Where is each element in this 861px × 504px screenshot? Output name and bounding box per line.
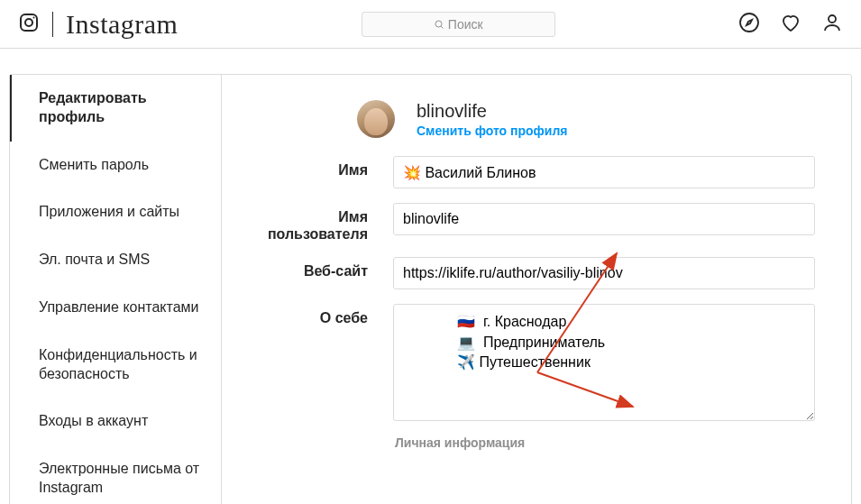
sidebar-item-change-password[interactable]: Сменить пароль <box>10 142 221 189</box>
sidebar-item-emails-from-instagram[interactable]: Электронные письма от Instagram <box>10 445 221 504</box>
heart-icon[interactable] <box>780 12 801 37</box>
sidebar-item-edit-profile[interactable]: Редактировать профиль <box>10 75 221 142</box>
bio-textarea[interactable] <box>393 304 815 421</box>
sidebar-item-apps-websites[interactable]: Приложения и сайты <box>10 188 221 236</box>
settings-content: blinovlife Сменить фото профиля Имя Имя … <box>222 75 851 504</box>
brand-wordmark[interactable]: Instagram <box>66 9 178 40</box>
profile-icon[interactable] <box>821 12 843 37</box>
username-input[interactable] <box>393 203 815 235</box>
sidebar-item-manage-contacts[interactable]: Управление контактами <box>10 284 221 332</box>
sidebar-item-privacy-security[interactable]: Конфиденциальность и безопасность <box>10 332 221 399</box>
label-name: Имя <box>258 156 393 179</box>
settings-container: Редактировать профиль Сменить пароль При… <box>9 74 852 504</box>
personal-info-heading: Личная информация <box>395 435 815 450</box>
name-input[interactable] <box>393 156 815 188</box>
label-bio: О себе <box>258 304 393 326</box>
svg-point-1 <box>25 19 32 26</box>
search-wrap: Поиск <box>192 12 724 37</box>
settings-sidebar: Редактировать профиль Сменить пароль При… <box>10 75 222 504</box>
svg-marker-6 <box>747 20 752 25</box>
search-placeholder: Поиск <box>448 17 483 32</box>
instagram-glyph-icon[interactable] <box>18 12 40 37</box>
search-icon <box>434 19 444 30</box>
svg-point-2 <box>33 16 35 18</box>
svg-line-4 <box>441 26 443 28</box>
website-input[interactable] <box>393 257 815 289</box>
search-input[interactable]: Поиск <box>362 12 555 37</box>
nav-icons <box>738 12 843 37</box>
row-website: Веб-сайт <box>258 257 815 289</box>
svg-point-7 <box>829 15 836 23</box>
svg-rect-0 <box>21 14 37 31</box>
profile-header: blinovlife Сменить фото профиля <box>357 100 815 138</box>
row-bio: О себе <box>258 304 815 421</box>
logo-group: Instagram <box>18 9 178 40</box>
sidebar-item-login-activity[interactable]: Входы в аккаунт <box>10 398 221 445</box>
row-name: Имя <box>258 156 815 188</box>
top-bar: Instagram Поиск <box>0 0 861 49</box>
logo-divider <box>52 12 53 37</box>
label-website: Веб-сайт <box>258 257 393 279</box>
explore-icon[interactable] <box>738 12 760 37</box>
sidebar-item-email-sms[interactable]: Эл. почта и SMS <box>10 236 221 284</box>
profile-username: blinovlife <box>417 101 568 122</box>
svg-point-3 <box>435 21 442 27</box>
change-photo-link[interactable]: Сменить фото профиля <box>417 124 568 138</box>
svg-point-5 <box>740 14 758 32</box>
avatar[interactable] <box>357 100 395 138</box>
row-username: Имя пользователя <box>258 203 815 243</box>
label-username: Имя пользователя <box>258 203 393 243</box>
